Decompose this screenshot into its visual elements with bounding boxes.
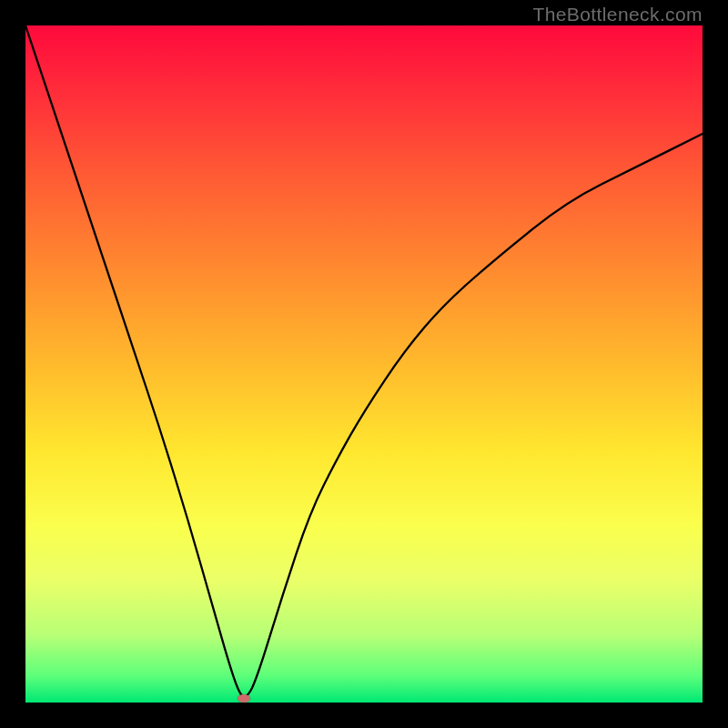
- curve-svg: [25, 25, 703, 703]
- watermark-text: TheBottleneck.com: [532, 4, 703, 25]
- plot-area: [25, 25, 703, 703]
- chart-frame: TheBottleneck.com: [0, 0, 728, 728]
- bottleneck-curve-path: [25, 25, 703, 697]
